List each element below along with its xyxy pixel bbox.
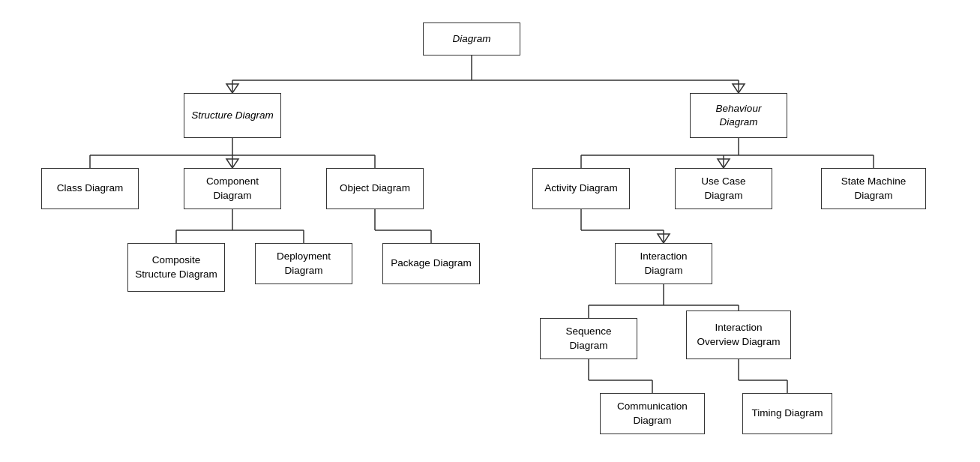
node-interaction-overview-diagram: Interaction Overview Diagram: [686, 310, 791, 359]
node-package-diagram: Package Diagram: [382, 243, 480, 284]
svg-marker-28: [658, 234, 670, 243]
node-communication-diagram: Communication Diagram: [600, 393, 705, 434]
node-deployment-diagram: Deployment Diagram: [255, 243, 352, 284]
node-component-diagram: Component Diagram: [184, 168, 281, 209]
node-sequence-diagram: Sequence Diagram: [540, 318, 637, 359]
node-class-diagram: Class Diagram: [41, 168, 139, 209]
node-use-case-diagram: Use Case Diagram: [675, 168, 772, 209]
diagram-container: Diagram Structure Diagram Behaviour Diag…: [0, 0, 980, 462]
node-timing-diagram: Timing Diagram: [742, 393, 832, 434]
node-structure-diagram: Structure Diagram: [184, 93, 281, 138]
node-composite-diagram: Composite Structure Diagram: [127, 243, 225, 292]
node-state-machine-diagram: State Machine Diagram: [821, 168, 926, 209]
node-behaviour-diagram: Behaviour Diagram: [690, 93, 787, 138]
node-diagram: Diagram: [423, 22, 520, 56]
node-object-diagram: Object Diagram: [326, 168, 424, 209]
svg-marker-11: [226, 159, 238, 168]
connector-lines: [0, 0, 980, 462]
node-activity-diagram: Activity Diagram: [532, 168, 630, 209]
node-interaction-diagram: Interaction Diagram: [615, 243, 712, 284]
svg-marker-23: [718, 159, 730, 168]
svg-marker-5: [733, 84, 745, 93]
svg-marker-3: [226, 84, 238, 93]
